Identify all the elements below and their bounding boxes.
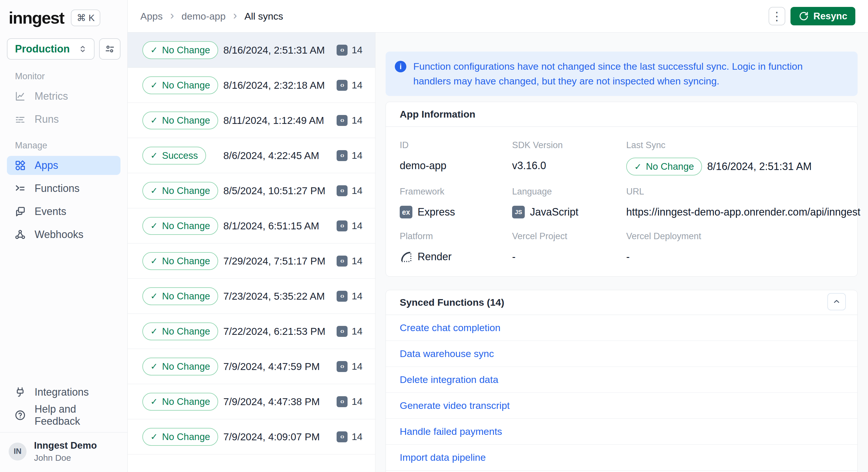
sidebar-item-metrics[interactable]: Metrics: [7, 87, 120, 106]
sidebar-item-label: Help and Feedback: [35, 403, 113, 427]
sidebar-item-help[interactable]: Help and Feedback: [7, 406, 120, 425]
apps-icon: [14, 160, 26, 171]
sidebar-item-functions[interactable]: Functions: [7, 179, 120, 198]
sidebar-item-apps[interactable]: Apps: [7, 156, 120, 175]
sync-status-label: No Change: [162, 80, 210, 91]
function-link[interactable]: Create chat completion: [386, 315, 857, 341]
sync-list-item[interactable]: ✓ No Change 8/16/2024, 2:32:18 AM ‹› 14: [128, 68, 375, 103]
sync-list-item[interactable]: ✓ No Change 7/22/2024, 6:21:53 PM ‹› 14: [128, 314, 375, 349]
field-label: ID: [400, 140, 512, 150]
sidebar-item-events[interactable]: Events: [7, 202, 120, 221]
field-value: -: [626, 249, 861, 265]
field-framework: Framework ex Express: [400, 186, 512, 220]
sync-count-value: 14: [351, 290, 363, 302]
app-information-grid: ID demo-app SDK Version v3.16.0 Last Syn…: [386, 127, 857, 276]
info-banner: i Function configurations have not chang…: [385, 52, 858, 96]
code-brackets-icon: ‹›: [337, 431, 347, 442]
sync-timestamp: 7/29/2024, 7:51:17 PM: [223, 255, 337, 267]
inngest-logo: inngest: [9, 8, 64, 27]
environment-settings-button[interactable]: [99, 38, 120, 60]
function-link[interactable]: Generate video transcript: [386, 393, 857, 419]
events-icon: [14, 206, 26, 217]
sync-function-count: ‹› 14: [337, 185, 363, 196]
breadcrumb-all-syncs: All syncs: [244, 11, 283, 22]
sync-list-item[interactable]: ✓ No Change 7/9/2024, 4:09:07 PM ‹› 14: [128, 419, 375, 454]
avatar: IN: [9, 443, 27, 461]
function-link[interactable]: Import data pipeline: [386, 445, 857, 471]
breadcrumb-apps[interactable]: Apps: [141, 11, 163, 22]
express-icon: ex: [400, 206, 412, 218]
sync-list-item[interactable]: ✓ No Change 7/23/2024, 5:35:22 AM ‹› 14: [128, 279, 375, 314]
sidebar-nav: Monitor Metrics Runs Manage Apps Functio: [0, 71, 127, 244]
sync-timestamp: 8/1/2024, 6:51:15 AM: [223, 220, 337, 232]
sync-list: ✓ No Change 8/16/2024, 2:51:31 AM ‹› 14 …: [128, 33, 375, 472]
sync-timestamp: 8/16/2024, 2:32:18 AM: [223, 80, 337, 91]
function-link[interactable]: Delete integration data: [386, 367, 857, 393]
field-label: Vercel Project: [512, 231, 626, 242]
sync-count-value: 14: [351, 220, 363, 231]
sync-timestamp: 7/9/2024, 4:47:38 PM: [223, 396, 337, 407]
functions-icon: [14, 183, 26, 194]
check-icon: ✓: [150, 80, 158, 90]
nav-section-monitor: Monitor: [7, 71, 120, 82]
function-link[interactable]: Send billing receipt: [386, 471, 857, 472]
more-actions-button[interactable]: ⋮: [769, 7, 785, 25]
breadcrumb-demo-app[interactable]: demo-app: [182, 11, 226, 22]
sync-function-count: ‹› 14: [337, 255, 363, 266]
sync-timestamp: 8/5/2024, 10:51:27 PM: [223, 185, 337, 196]
sync-function-count: ‹› 14: [337, 80, 363, 91]
function-link[interactable]: Handle failed payments: [386, 419, 857, 445]
info-banner-text: Function configurations have not changed…: [413, 59, 837, 89]
code-brackets-icon: ‹›: [337, 291, 347, 302]
chevron-right-icon: ›: [170, 15, 174, 17]
sync-function-count: ‹› 14: [337, 150, 363, 161]
last-sync-time: 8/16/2024, 2:51:31 AM: [707, 160, 811, 172]
breadcrumb: Apps › demo-app › All syncs: [141, 11, 283, 22]
resync-label: Resync: [813, 11, 847, 22]
sync-list-item[interactable]: ✓ No Change 8/16/2024, 2:51:31 AM ‹› 14: [128, 33, 375, 68]
sidebar-item-label: Functions: [35, 182, 80, 194]
synced-functions-card: Synced Functions (14) Create chat comple…: [385, 290, 858, 472]
sync-status-badge: ✓ No Change: [142, 41, 218, 59]
sidebar-item-webhooks[interactable]: Webhooks: [7, 225, 120, 244]
sync-list-item[interactable]: ✓ No Change 8/1/2024, 6:51:15 AM ‹› 14: [128, 208, 375, 244]
sidebar-item-label: Integrations: [35, 386, 89, 398]
sidebar-item-label: Webhooks: [35, 228, 83, 241]
sync-timestamp: 7/9/2024, 4:09:07 PM: [223, 431, 337, 443]
user-profile[interactable]: IN Inngest Demo John Doe: [0, 433, 127, 472]
environment-select[interactable]: Production: [7, 38, 95, 60]
sync-status-label: No Change: [162, 220, 210, 231]
code-brackets-icon: ‹›: [337, 396, 347, 407]
collapse-button[interactable]: [827, 293, 846, 310]
code-brackets-icon: ‹›: [337, 361, 347, 372]
sync-list-item[interactable]: ✓ No Change 8/11/2024, 1:12:49 AM ‹› 14: [128, 103, 375, 138]
sync-status-label: No Change: [162, 431, 210, 442]
sync-list-item[interactable]: ✓ No Change 7/9/2024, 4:47:38 PM ‹› 14: [128, 384, 375, 419]
sync-list-item[interactable]: ✓ No Change 8/5/2024, 10:51:27 PM ‹› 14: [128, 173, 375, 208]
sync-status-badge: ✓ No Change: [142, 428, 218, 446]
field-label: Vercel Deployment: [626, 231, 861, 242]
sync-status-label: No Change: [162, 256, 210, 266]
last-sync-status-label: No Change: [646, 161, 694, 172]
sync-list-item[interactable]: ✓ No Change 7/29/2024, 7:51:17 PM ‹› 14: [128, 244, 375, 279]
check-icon: ✓: [150, 221, 158, 231]
sync-status-badge: ✓ No Change: [142, 252, 218, 270]
app-information-title: App Information: [386, 102, 857, 127]
environment-select-value: Production: [15, 43, 70, 55]
user-org: Inngest Demo: [34, 440, 97, 451]
sync-status-label: No Change: [162, 115, 210, 126]
sync-list-item[interactable]: ✓ No Change 7/9/2024, 4:47:59 PM ‹› 14: [128, 349, 375, 384]
sidebar-item-integrations[interactable]: Integrations: [7, 383, 120, 402]
sidebar: inngest ⌘ K Production Monitor Metrics R…: [0, 0, 128, 472]
resync-button[interactable]: Resync: [790, 7, 855, 25]
check-icon: ✓: [150, 150, 158, 160]
code-brackets-icon: ‹›: [337, 45, 347, 56]
sync-timestamp: 8/11/2024, 1:12:49 AM: [223, 115, 337, 126]
sliders-icon: [104, 43, 115, 55]
function-link[interactable]: Data warehouse sync: [386, 341, 857, 367]
field-value: JS JavaScript: [512, 204, 626, 220]
field-id: ID demo-app: [400, 140, 512, 176]
code-brackets-icon: ‹›: [337, 220, 347, 231]
sidebar-item-runs[interactable]: Runs: [7, 110, 120, 129]
sync-list-item[interactable]: ✓ Success 8/6/2024, 4:22:45 AM ‹› 14: [128, 138, 375, 173]
